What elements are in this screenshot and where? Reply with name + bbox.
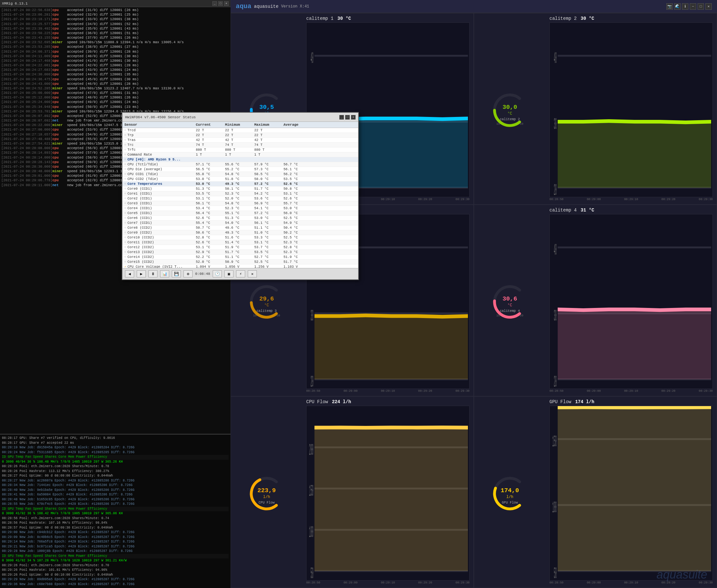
sensor-max: 53.1 °C bbox=[254, 240, 283, 244]
log-line: [2021-07-24 00:24:30.000]cpuaccepted (44… bbox=[0, 72, 231, 77]
hwinfo-row: ○ Core8 (CCD2) 50.7 °C 49.6 °C 51.1 °C 5… bbox=[123, 226, 358, 230]
sensor-max: 58.0 °C bbox=[254, 177, 283, 181]
sensor-avg bbox=[283, 143, 313, 147]
chart-area: 200 150 100 50 bbox=[306, 406, 470, 581]
hwinfo-close-bottom[interactable]: ✕ bbox=[248, 270, 257, 277]
sensor-current: 56.4 °C bbox=[196, 211, 225, 215]
sensor-max: 57.9 °C bbox=[254, 163, 283, 166]
sensor-max: 52.7 °C bbox=[254, 255, 283, 259]
aq-icon3[interactable]: ℹ bbox=[682, 3, 689, 10]
hwinfo-titlebar: HWiNFO64 v7.06-4500 Sensor Status _ □ ✕ bbox=[123, 113, 358, 122]
gauge-cpuflow: 223,9 l/h CPU Flow bbox=[231, 397, 302, 588]
cmd-line: 08:29:21 New Job: bc071ca5 Epoch: #429 B… bbox=[2, 544, 229, 549]
cmd-line: 08:28:41 New Job: 6a59084 Epoch: #429 Bl… bbox=[2, 492, 229, 497]
svg-text:calitemp 2: calitemp 2 bbox=[500, 117, 520, 121]
svg-text:50: 50 bbox=[276, 314, 280, 317]
sensor-avg: 52.6 °C bbox=[283, 196, 313, 201]
log-timestamp: [2021-07-24 00:27:48.488] bbox=[1, 137, 52, 141]
log-timestamp: [2021-07-24 00:28:08.000] bbox=[1, 146, 52, 150]
hwinfo-settings[interactable]: ⚙ bbox=[183, 270, 193, 277]
sensor-name: ○ Core4 (CCD1) bbox=[124, 206, 196, 210]
sensor-name: ○ Core14 (CCD2) bbox=[124, 255, 196, 259]
sensor-name: ○ Core12 (CCD2) bbox=[124, 245, 196, 249]
sensor-icon: ⚡ bbox=[124, 265, 126, 268]
log-tag: cpu bbox=[52, 67, 67, 72]
sensor-icon: ○ bbox=[124, 236, 126, 239]
sensor-name: ○ Core1 (CCD1) bbox=[124, 192, 196, 195]
svg-text:°C: °C bbox=[507, 111, 512, 116]
sensor-current: 51.3 °C bbox=[196, 187, 225, 191]
hwinfo-window[interactable]: HWiNFO64 v7.06-4500 Sensor Status _ □ ✕ … bbox=[122, 112, 359, 280]
sensor-min: 49.3 °C bbox=[225, 231, 254, 234]
aquasuite-watermark: aquasuite bbox=[657, 568, 707, 582]
cell-value: 174 l/h bbox=[575, 399, 594, 404]
log-tag: cpu bbox=[52, 54, 67, 59]
maximize-button[interactable]: □ bbox=[218, 1, 223, 6]
sensor-current: 55.4 °C bbox=[196, 221, 225, 225]
sensor-name: ○ Core5 (CCD1) bbox=[124, 211, 196, 215]
cmd-line: 08:28:27 Pool Uptime: 00 d 08:09:00 Elec… bbox=[2, 474, 229, 479]
sensor-min: 54.0 °C bbox=[225, 221, 254, 225]
close-button[interactable]: ✕ bbox=[224, 1, 229, 6]
sensor-max bbox=[254, 158, 283, 162]
sensor-icon: ○ bbox=[124, 143, 126, 147]
sensor-max: 52.5 °C bbox=[254, 260, 283, 264]
sensor-current bbox=[196, 158, 225, 162]
log-timestamp: [2021-07-24 00:26:07.892] bbox=[1, 114, 52, 118]
cmd-line: 08:28:17 GPU: Share #7 verified on CPU, … bbox=[2, 436, 229, 441]
svg-text:30: 30 bbox=[554, 307, 557, 326]
cmd-line: 08:29:00 New Job: c94dcb12 Epoch: #429 B… bbox=[2, 530, 229, 535]
log-timestamp: [2021-07-24 00:25:34.948] bbox=[1, 105, 52, 109]
log-timestamp: [2021-07-24 00:26:07.692] bbox=[1, 118, 52, 123]
hwinfo-minimize[interactable]: _ bbox=[339, 115, 344, 120]
hwinfo-save[interactable]: 💾 bbox=[172, 270, 181, 277]
aq-close[interactable]: ✕ bbox=[705, 3, 712, 10]
log-line: [2021-07-24 00:23:43.155]cpuaccepted (37… bbox=[0, 36, 231, 40]
sensor-max: 57.2 °C bbox=[254, 211, 283, 215]
hwinfo-row: ○ Core7 (CCD1) 55.4 °C 54.0 °C 56.1 °C 5… bbox=[123, 220, 358, 226]
aq-icon1[interactable]: 📷 bbox=[666, 3, 673, 10]
hwinfo-pause[interactable]: ⏸ bbox=[148, 270, 157, 277]
hwinfo-action2[interactable]: ⚡ bbox=[236, 270, 245, 277]
log-line: [2021-07-24 00:25:00.000]cpuaccepted (47… bbox=[0, 91, 231, 95]
hwinfo-clock[interactable]: 🕐 bbox=[213, 270, 222, 277]
sensor-min: 880 T bbox=[225, 148, 254, 152]
hwinfo-close[interactable]: ✕ bbox=[351, 115, 355, 120]
hwinfo-title: HWiNFO64 v7.06-4500 Sensor Status bbox=[125, 115, 339, 119]
gauge-calitemp2: 30,0 °C calitemp 2 10 50 bbox=[474, 13, 546, 204]
log-tag: miner bbox=[52, 40, 67, 44]
log-message: accepted (40/0) diff 120001 (30 ms) bbox=[67, 54, 139, 59]
sensor-min bbox=[225, 158, 254, 162]
sensor-icon: ○ bbox=[124, 246, 126, 249]
sensor-current: 57.1 °C bbox=[196, 163, 225, 166]
aquasuite-panel: aqua aquasuite Version X:41 📷 🌊 ℹ − □ ✕ … bbox=[231, 0, 717, 588]
cell-value: 224 l/h bbox=[332, 399, 351, 404]
sensor-avg: 50.8 °C bbox=[283, 187, 313, 191]
hwinfo-export[interactable]: 📊 bbox=[160, 270, 169, 277]
sensor-icon: ○ bbox=[124, 163, 126, 166]
log-tag: miner bbox=[52, 141, 67, 146]
hwinfo-action1[interactable]: ▣ bbox=[224, 270, 234, 277]
log-message: accepted (43/0) diff 120001 (24 ms) bbox=[67, 67, 139, 72]
aq-icon2[interactable]: 🌊 bbox=[674, 3, 681, 10]
hwinfo-nav-right[interactable]: ▶ bbox=[137, 270, 146, 277]
cmd-line: 08:28:48 New Job: b1653c85 Epoch: #429 B… bbox=[2, 497, 229, 502]
gauge-svg-gpuflow: 174,0 l/h GPU Flow bbox=[484, 473, 536, 512]
svg-text:50: 50 bbox=[520, 314, 523, 317]
hwinfo-nav-left[interactable]: ◀ bbox=[125, 270, 134, 277]
hwinfo-maximize[interactable]: □ bbox=[345, 115, 350, 120]
gauge-value-text: 30,0 bbox=[502, 104, 517, 111]
cmd-line: 08:28:17 GPU: Share #7 accepted 22 ms bbox=[2, 441, 229, 446]
cell-name: GPU Flow bbox=[549, 399, 571, 404]
hwinfo-row: ○ Trc 74 T 74 T 74 T bbox=[123, 143, 358, 147]
sensor-avg: 52.5 °C bbox=[283, 216, 313, 220]
cmd-line: 0 3090 41/92 34 % 107.28 MH/s 7/0/0 1620… bbox=[2, 559, 229, 563]
minimize-button[interactable]: _ bbox=[212, 1, 217, 6]
sensor-min: 51.8 °C bbox=[225, 177, 254, 181]
aq-maximize[interactable]: □ bbox=[697, 3, 704, 10]
sensor-name: ○ Command Rate bbox=[124, 153, 196, 156]
sensor-avg: 56.0 °C bbox=[283, 211, 313, 215]
aq-minimize[interactable]: − bbox=[690, 3, 696, 10]
cmd-line: 08:28:26 Pool Hashrate: 113.12 MH/s Effi… bbox=[2, 469, 229, 474]
sensor-current: 52.0 °C bbox=[196, 260, 225, 264]
